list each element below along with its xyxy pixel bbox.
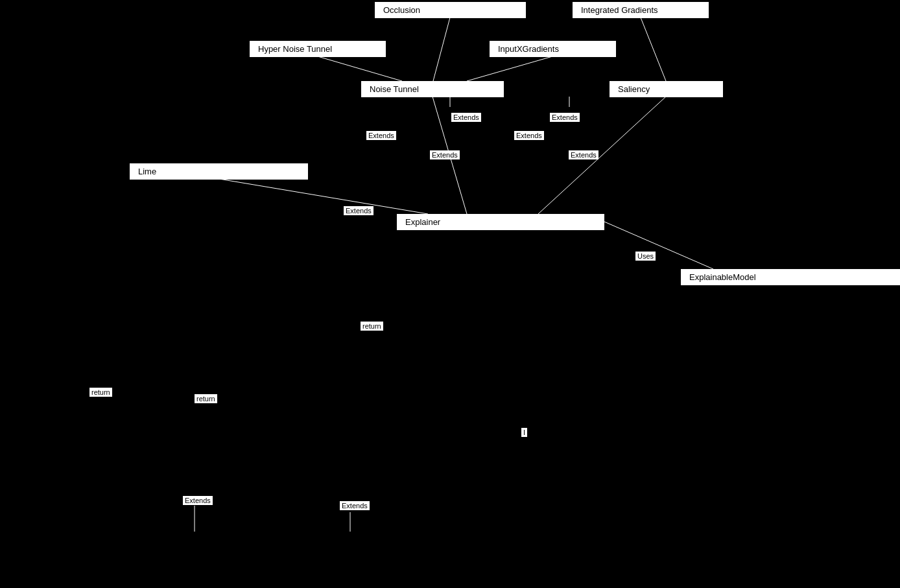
- saliency-node: Saliency: [610, 81, 723, 97]
- svg-line-2: [318, 56, 402, 81]
- extends-label-5: Extends: [430, 150, 460, 159]
- hyper-noise-tunnel-node: Hyper Noise Tunnel: [250, 41, 386, 57]
- return-label-1: return: [361, 322, 383, 331]
- extends-label-2: Extends: [550, 113, 580, 122]
- lime-node: Lime: [130, 163, 308, 180]
- extends-label-6: Extends: [569, 150, 598, 159]
- explainable-model-node: ExplainableModel: [681, 269, 900, 285]
- svg-line-1: [641, 18, 666, 81]
- integrated-gradients-node: Integrated Gradients: [573, 2, 709, 18]
- i-label: I: [521, 428, 527, 437]
- explainer-node: Explainer: [397, 214, 604, 230]
- return-label-2: return: [89, 388, 112, 397]
- svg-line-0: [433, 18, 450, 81]
- svg-line-3: [467, 56, 552, 81]
- extends-label-1: Extends: [451, 113, 481, 122]
- uses-label: Uses: [635, 252, 656, 261]
- extends-label-3: Extends: [366, 131, 396, 140]
- return-label-3: return: [195, 394, 217, 403]
- extends-label-8: Extends: [183, 496, 213, 505]
- svg-line-7: [604, 222, 713, 269]
- noise-tunnel-node: Noise Tunnel: [361, 81, 504, 97]
- extends-label-7: Extends: [344, 206, 373, 215]
- occlusion-node: Occlusion: [375, 2, 526, 18]
- svg-line-6: [219, 179, 428, 214]
- extends-label-9: Extends: [340, 501, 370, 510]
- extends-label-4: Extends: [514, 131, 544, 140]
- input-x-gradients-node: InputXGradients: [490, 41, 616, 57]
